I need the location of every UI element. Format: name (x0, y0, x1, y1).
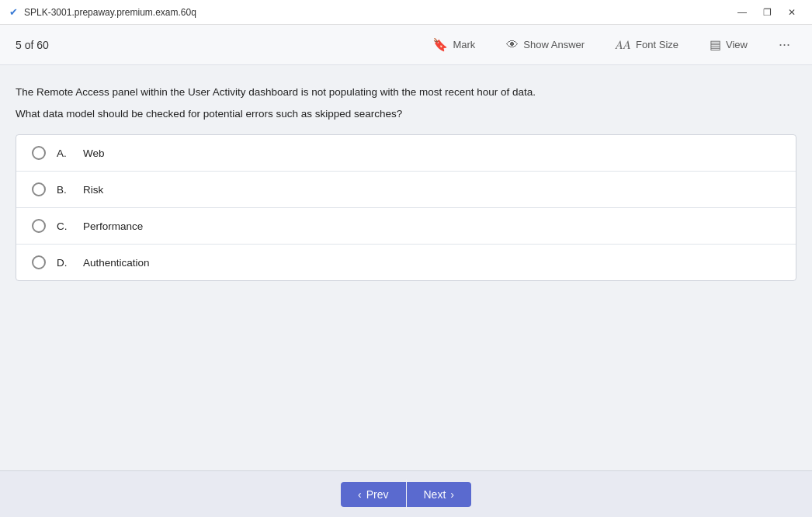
radio-a[interactable] (32, 146, 46, 160)
view-icon: ▤ (710, 37, 721, 52)
prev-label: Prev (366, 488, 389, 501)
view-button[interactable]: ▤ View (703, 34, 754, 55)
bookmark-icon: 🔖 (432, 37, 448, 52)
main-content: The Remote Access panel within the User … (0, 65, 812, 470)
prev-button[interactable]: ‹ Prev (341, 482, 405, 507)
radio-d[interactable] (32, 255, 46, 269)
question-counter: 5 of 60 (16, 39, 49, 51)
option-b-label: B. (57, 184, 72, 196)
more-button[interactable]: ··· (772, 33, 796, 56)
nav-buttons: ‹ Prev Next › (341, 480, 471, 509)
option-b-text: Risk (83, 184, 103, 196)
eye-icon: 👁 (506, 38, 519, 52)
next-chevron-icon: › (450, 488, 454, 501)
option-b[interactable]: B. Risk (16, 172, 796, 208)
option-a-label: A. (57, 147, 72, 159)
mark-label: Mark (453, 39, 475, 50)
option-c[interactable]: C. Performance (16, 208, 796, 245)
option-d-text: Authentication (83, 257, 150, 269)
window-controls: — ❐ ✕ (731, 2, 803, 23)
option-c-text: Performance (83, 220, 143, 232)
option-d-label: D. (57, 257, 72, 269)
show-answer-button[interactable]: 👁 Show Answer (500, 35, 591, 55)
toolbar-actions: 🔖 Mark 👁 Show Answer 𝐴𝐴 Font Size ▤ View… (426, 33, 796, 56)
prev-chevron-icon: ‹ (358, 488, 362, 501)
bottom-nav-bar: ‹ Prev Next › (0, 470, 812, 517)
window-title: SPLK-3001.prepaway.premium.exam.60q (24, 7, 196, 18)
font-size-button[interactable]: 𝐴𝐴 Font Size (609, 35, 685, 55)
option-d[interactable]: D. Authentication (16, 245, 796, 280)
restore-button[interactable]: ❐ (756, 2, 778, 23)
toolbar: 5 of 60 🔖 Mark 👁 Show Answer 𝐴𝐴 Font Siz… (0, 25, 812, 65)
close-button[interactable]: ✕ (781, 2, 803, 23)
options-container: A. Web B. Risk C. Performance D. Authent… (16, 134, 796, 281)
title-bar-left: ✔ SPLK-3001.prepaway.premium.exam.60q (9, 6, 196, 18)
next-button[interactable]: Next › (407, 482, 471, 507)
question-text-2: What data model should be checked for po… (16, 106, 796, 123)
favicon-icon: ✔ (9, 6, 18, 18)
title-bar: ✔ SPLK-3001.prepaway.premium.exam.60q — … (0, 0, 812, 25)
option-c-label: C. (57, 220, 72, 232)
font-size-label: Font Size (636, 39, 678, 50)
question-text-1: The Remote Access panel within the User … (16, 84, 796, 101)
minimize-button[interactable]: — (731, 2, 753, 23)
next-label: Next (424, 488, 446, 501)
radio-b[interactable] (32, 182, 46, 196)
show-answer-label: Show Answer (523, 39, 585, 50)
radio-c[interactable] (32, 219, 46, 233)
font-icon: 𝐴𝐴 (616, 38, 631, 52)
view-label: View (726, 39, 748, 50)
mark-button[interactable]: 🔖 Mark (426, 34, 481, 55)
option-a[interactable]: A. Web (16, 135, 796, 172)
option-a-text: Web (83, 147, 105, 159)
